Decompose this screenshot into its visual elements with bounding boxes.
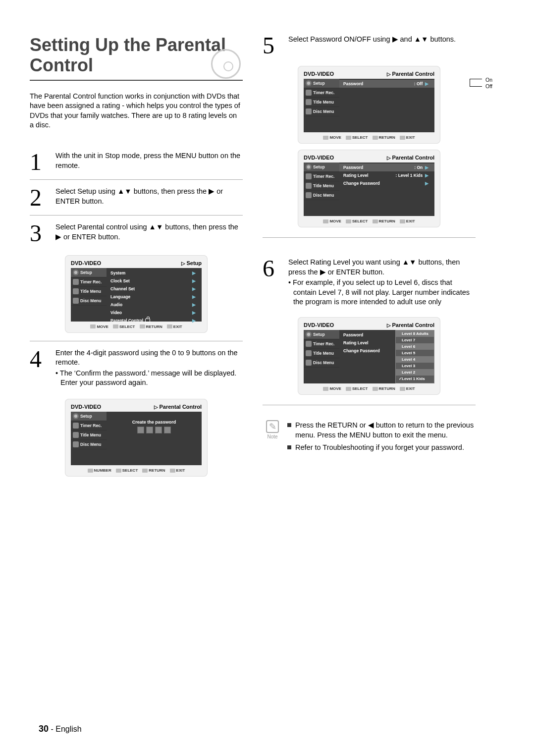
title-icon: [306, 99, 312, 105]
gear-icon: [73, 270, 79, 275]
osd-nav-timer: Timer Rec.: [304, 339, 339, 349]
osd-footer: MOVESELECTRETURNEXIT: [304, 386, 434, 391]
disc-menu-icon: [306, 360, 312, 366]
step-number: 3: [30, 222, 50, 244]
osd-nav-title: Title Menu: [304, 181, 339, 191]
note-icon: ✎: [266, 420, 279, 433]
note-label: Note: [263, 434, 282, 439]
osd-nav-setup: Setup: [304, 162, 339, 172]
title-icon: [73, 432, 79, 438]
step-4: 4 Enter the 4-digit password using the 0…: [30, 341, 243, 485]
osd-nav-disc: Disc Menu: [71, 296, 107, 306]
osd-nav-setup: Setup: [71, 412, 107, 421]
osd-sidebar: Setup Timer Rec. Title Menu Disc Menu: [71, 268, 107, 322]
osd-title: DVD-VIDEO: [304, 155, 334, 161]
step-1: 1 With the unit in Stop mode, press the …: [30, 144, 243, 180]
step-bullet: • For example, if you select up to Level…: [288, 278, 476, 307]
osd-nav-setup: Setup: [304, 330, 339, 339]
step-text: Enter the 4-digit password using the 0 t…: [55, 348, 243, 368]
gear-icon: [306, 80, 312, 86]
osd-password-on: DVD-VIDEO Parental Control Setup Timer R…: [298, 150, 440, 227]
osd-breadcrumb: Parental Control: [387, 71, 434, 77]
osd-title: DVD-VIDEO: [304, 322, 334, 328]
osd-title: DVD-VIDEO: [304, 71, 334, 77]
osd-rating-level: DVD-VIDEO Parental Control Setup Timer R…: [298, 317, 440, 395]
osd-footer: NUMBERSELECTRETURNEXIT: [71, 468, 202, 473]
osd-sidebar: Setup Timer Rec. Title Menu Disc Menu: [304, 162, 339, 216]
osd-nav-disc: Disc Menu: [71, 440, 107, 449]
osd-breadcrumb: Setup: [181, 260, 202, 266]
timer-icon: [73, 423, 79, 429]
osd-title: DVD-VIDEO: [71, 404, 101, 410]
timer-icon: [306, 173, 312, 179]
page-footer: 30 - English: [39, 724, 82, 734]
step-number: 5: [263, 35, 282, 56]
disc-menu-icon: [73, 441, 79, 447]
osd-row: Password: On ▶: [339, 163, 434, 171]
osd-content: System▶ Clock Set▶ Channel Set▶ Language…: [107, 268, 202, 322]
step-text: Select Parental control using ▲▼ buttons…: [55, 222, 243, 244]
bullet-icon: [287, 445, 291, 449]
step-5: 5 Select Password ON/OFF using ▶ and ▲▼ …: [263, 35, 476, 61]
osd-breadcrumb: Parental Control: [387, 322, 434, 328]
step-2: 2 Select Setup using ▲▼ buttons, then pr…: [30, 180, 243, 216]
osd-password-off: DVD-VIDEO Parental Control Setup Timer R…: [298, 66, 440, 144]
step-6: 6 Select Rating Level you want using ▲▼ …: [263, 258, 476, 312]
osd-message: Create the password: [107, 413, 202, 425]
step-number: 1: [30, 151, 50, 172]
osd-sidebar: Setup Timer Rec. Title Menu Disc Menu: [304, 330, 339, 383]
intro-paragraph: The Parental Control function works in c…: [30, 92, 243, 130]
osd-nav-setup: Setup: [71, 268, 107, 277]
osd-row: Rating Level: Level 1 Kids ▶: [339, 171, 434, 179]
password-input-boxes: [107, 427, 202, 433]
osd-nav-disc: Disc Menu: [304, 358, 339, 368]
step-text: Select Setup using ▲▼ buttons, then pres…: [55, 187, 243, 208]
disc-menu-icon: [73, 298, 79, 304]
osd-nav-timer: Timer Rec.: [71, 421, 107, 431]
lock-icon: [145, 319, 150, 323]
osd-row: Change Password▶: [339, 179, 434, 187]
osd-create-password: DVD-VIDEO Parental Control Setup Timer R…: [65, 399, 208, 477]
osd-nav-timer: Timer Rec.: [71, 277, 107, 287]
osd-nav-setup: Setup: [304, 79, 339, 88]
step-number: 2: [30, 187, 50, 208]
osd-breadcrumb: Parental Control: [387, 155, 434, 161]
page-title-box: Setting Up the Parental Control: [30, 35, 243, 81]
osd-nav-title: Title Menu: [304, 349, 339, 358]
disc-menu-icon: [306, 192, 312, 198]
osd-sidebar: Setup Timer Rec. Title Menu Disc Menu: [304, 79, 339, 132]
title-icon: [73, 288, 79, 294]
osd-setup-menu: DVD-VIDEO Setup Setup Timer Rec. Title M…: [65, 255, 208, 333]
step-3: 3 Select Parental control using ▲▼ butto…: [30, 216, 243, 341]
osd-nav-title: Title Menu: [71, 287, 107, 296]
osd-footer: MOVESELECTRETURNEXIT: [304, 135, 434, 140]
note-text: Press the RETURN or ◀ button to return t…: [295, 420, 476, 440]
osd-nav-title: Title Menu: [304, 98, 339, 107]
rating-dropdown: Level 8 Adults Level 7 Level 6 Level 5 L…: [395, 330, 434, 383]
osd-footer: MOVESELECTRETURNEXIT: [71, 324, 202, 329]
step-bullet: • The ‘Confirm the password.’ message wi…: [55, 369, 243, 388]
osd-nav-timer: Timer Rec.: [304, 172, 339, 181]
title-icon: [306, 183, 312, 189]
step-text: With the unit in Stop mode, press the ME…: [55, 151, 243, 172]
timer-icon: [306, 341, 312, 347]
disc-icon: [211, 49, 241, 79]
timer-icon: [306, 90, 312, 96]
osd-title: DVD-VIDEO: [71, 260, 101, 266]
timer-icon: [73, 279, 79, 285]
osd-breadcrumb: Parental Control: [154, 404, 202, 410]
osd-nav-title: Title Menu: [71, 431, 107, 440]
gear-icon: [306, 164, 312, 170]
page-title: Setting Up the Parental Control: [30, 35, 243, 76]
step-text: Select Rating Level you want using ▲▼ bu…: [288, 258, 476, 277]
osd-row-password: Password : Off ▶: [339, 80, 434, 88]
gear-icon: [73, 413, 79, 419]
osd-nav-disc: Disc Menu: [304, 191, 339, 200]
gear-icon: [306, 331, 312, 337]
step-number: 6: [263, 258, 282, 307]
note-text: Refer to Troubleshooting if you forget y…: [295, 442, 464, 452]
bullet-icon: [287, 423, 291, 427]
password-options-flyout: On Off: [485, 77, 492, 89]
osd-nav-disc: Disc Menu: [304, 107, 339, 116]
disc-menu-icon: [306, 108, 312, 114]
